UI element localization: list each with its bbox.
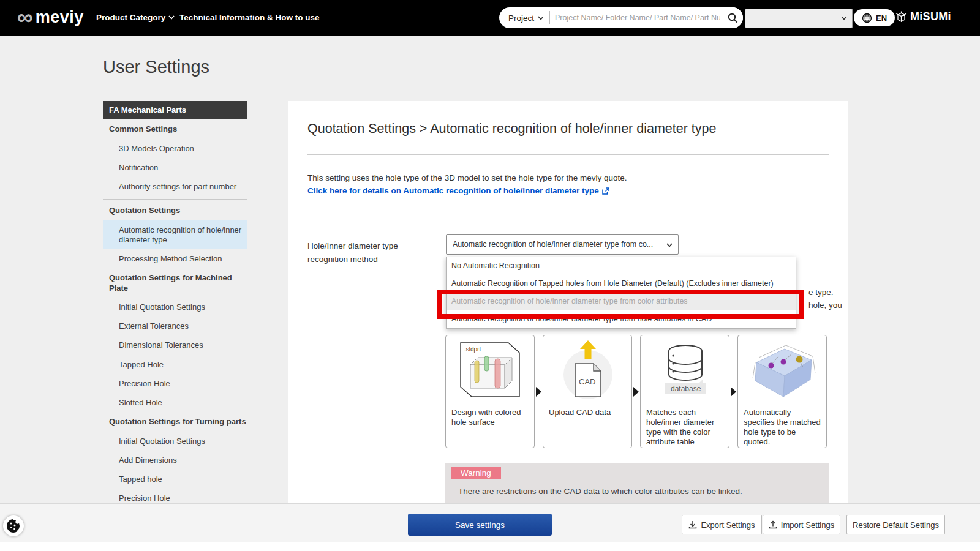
divider bbox=[307, 214, 829, 214]
quoted-part-icon bbox=[747, 338, 820, 402]
sidebar-item: FA Mechanical Parts bbox=[103, 101, 247, 119]
recognition-method-select[interactable]: Automatic recognition of hole/inner diam… bbox=[446, 234, 679, 255]
selected-value: Automatic recognition of hole/inner diam… bbox=[453, 240, 662, 249]
page-title: User Settings bbox=[103, 57, 209, 77]
step-arrow-icon bbox=[729, 335, 737, 448]
step-arrow-icon bbox=[535, 335, 543, 448]
cookie-icon bbox=[6, 519, 21, 533]
action-footer: Save settings Export Settings Import Set… bbox=[0, 503, 980, 542]
import-settings-button[interactable]: Import Settings bbox=[763, 515, 840, 534]
details-link[interactable]: Click here for details on Automatic reco… bbox=[307, 186, 609, 195]
meviy-logo-text: meviy bbox=[36, 8, 84, 27]
warning-badge: Warning bbox=[451, 467, 501, 479]
chevron-down-icon bbox=[666, 243, 673, 247]
sidebar-item[interactable]: External Tolerances bbox=[103, 317, 247, 335]
sidebar-divider bbox=[103, 199, 247, 200]
sidebar-item[interactable]: 3D Models Operation bbox=[103, 139, 247, 158]
global-search: Project bbox=[499, 7, 743, 28]
svg-text:.sldprt: .sldprt bbox=[464, 346, 481, 353]
card-caption: Matches each hole/inner diameter type wi… bbox=[646, 408, 726, 446]
search-scope-select[interactable]: Project bbox=[499, 13, 549, 23]
language-label: EN bbox=[876, 13, 887, 23]
sldprt-cube-icon: .sldprt bbox=[456, 340, 524, 399]
save-settings-button[interactable]: Save settings bbox=[408, 514, 552, 536]
card-upload-cad: CAD Upload CAD data bbox=[543, 335, 632, 448]
export-settings-button[interactable]: Export Settings bbox=[682, 515, 762, 534]
dropdown-option[interactable]: No Automatic Recognition bbox=[447, 257, 796, 275]
sidebar-item[interactable]: Authority settings for part number bbox=[103, 177, 247, 196]
sidebar-item[interactable]: Automatic recognition of hole/inner diam… bbox=[103, 220, 247, 250]
red-highlight-annotation bbox=[437, 290, 804, 319]
step-arrow-icon bbox=[632, 335, 640, 448]
sidebar-item[interactable]: Slotted Hole bbox=[103, 393, 247, 412]
divider bbox=[307, 154, 829, 155]
card-caption: Automatically specifies the matched hole… bbox=[744, 408, 823, 446]
sidebar-item[interactable]: Tapped hole bbox=[103, 470, 247, 489]
recognition-method-label: Hole/Inner diameter type recognition met… bbox=[307, 239, 439, 266]
nav-product-category[interactable]: Product Category bbox=[96, 13, 175, 22]
sidebar-item[interactable]: Dimensional Tolerances bbox=[103, 335, 247, 354]
sidebar-item[interactable]: Initial Quotation Settings bbox=[103, 298, 247, 317]
misumi-logo-text: MiSUMi bbox=[910, 10, 951, 23]
globe-icon bbox=[862, 13, 872, 23]
chevron-down-icon bbox=[841, 16, 847, 20]
search-input[interactable] bbox=[550, 13, 722, 22]
process-cards: .sldprt Design with colored hole surface… bbox=[445, 335, 827, 448]
database-label: database bbox=[665, 383, 706, 394]
sidebar-item[interactable]: Notification bbox=[103, 158, 247, 177]
sidebar: FA Mechanical PartsCommon Settings3D Mod… bbox=[103, 101, 247, 546]
meviy-logo-mark-icon: ∞ bbox=[17, 7, 33, 28]
sidebar-item[interactable]: Processing Method Selection bbox=[103, 249, 247, 268]
cad-file-icon: CAD bbox=[573, 362, 603, 398]
misumi-box-icon bbox=[895, 10, 907, 23]
sidebar-item[interactable]: Precision Hole bbox=[103, 374, 247, 393]
card-caption: Upload CAD data bbox=[549, 408, 628, 418]
nav-technical-information[interactable]: Technical Information & How to use bbox=[179, 13, 320, 22]
sidebar-item[interactable]: Initial Quotation Settings bbox=[103, 432, 247, 451]
sidebar-item[interactable]: Add Dimensions bbox=[103, 451, 247, 470]
language-switcher[interactable]: EN bbox=[854, 9, 895, 26]
warning-text: There are restrictions on the CAD data t… bbox=[458, 487, 742, 496]
sidebar-item[interactable]: Quotation Settings for Machined Plate bbox=[103, 268, 247, 298]
misumi-logo[interactable]: MiSUMi bbox=[895, 10, 951, 23]
card-auto-quote: Automatically specifies the matched hole… bbox=[737, 335, 827, 448]
card-caption: Design with colored hole surface bbox=[451, 408, 531, 427]
download-icon bbox=[688, 520, 697, 529]
top-navbar: ∞ meviy Product Category Technical Infor… bbox=[0, 0, 980, 36]
external-link-icon bbox=[602, 187, 609, 195]
upload-arrow-icon bbox=[579, 340, 597, 359]
search-button[interactable] bbox=[722, 7, 743, 28]
card-color-attribute-match: database Matches each hole/inner diamete… bbox=[640, 335, 729, 448]
sidebar-item[interactable]: Quotation Settings for Turning parts bbox=[103, 412, 247, 431]
restore-default-settings-button[interactable]: Restore Default Settings bbox=[846, 515, 945, 534]
meviy-logo[interactable]: ∞ meviy bbox=[17, 7, 84, 28]
sidebar-item[interactable]: Common Settings bbox=[103, 119, 247, 138]
svg-text:CAD: CAD bbox=[579, 377, 595, 386]
header-dropdown[interactable] bbox=[745, 9, 853, 28]
chevron-down-icon bbox=[168, 15, 175, 20]
obscured-text-fragment: hole, you bbox=[809, 301, 842, 310]
obscured-text-fragment: e type. bbox=[809, 288, 834, 297]
sidebar-item[interactable]: Tapped Hole bbox=[103, 355, 247, 374]
database-icon bbox=[661, 344, 710, 383]
sidebar-item[interactable]: Quotation Settings bbox=[103, 201, 247, 220]
search-icon bbox=[728, 13, 738, 23]
setting-description: This setting uses the hole type of the 3… bbox=[307, 173, 627, 182]
section-title: Quotation Settings > Automatic recogniti… bbox=[307, 121, 834, 137]
content-panel: Quotation Settings > Automatic recogniti… bbox=[288, 101, 848, 530]
card-design-colored-holes: .sldprt Design with colored hole surface bbox=[445, 335, 535, 448]
upload-icon bbox=[769, 520, 777, 529]
chevron-down-icon bbox=[538, 16, 544, 20]
cookie-consent-button[interactable] bbox=[3, 515, 24, 536]
